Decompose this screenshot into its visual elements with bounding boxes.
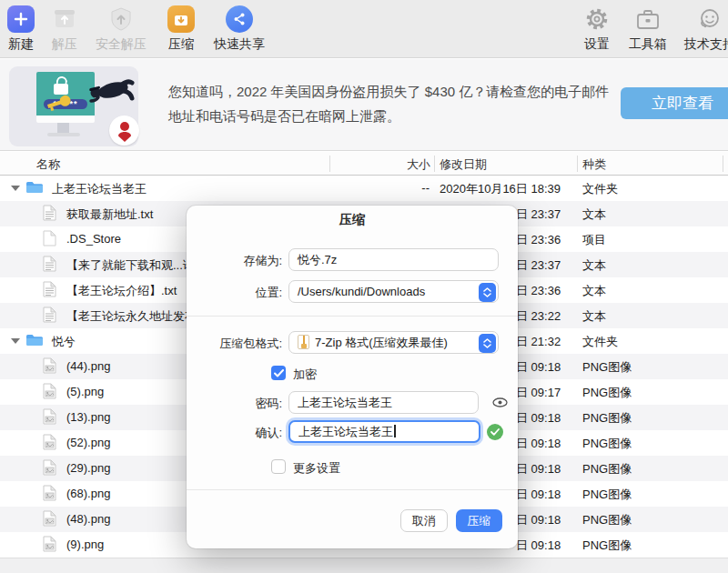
file-kind: PNG图像: [582, 512, 632, 528]
banner-illustration: ******: [9, 66, 138, 146]
new-button[interactable]: 新建: [4, 5, 38, 53]
password-input[interactable]: 上老王论坛当老王: [288, 391, 479, 414]
file-name: 【来了就能下载和观...论: [66, 257, 195, 274]
quick-share-button[interactable]: 快速共享: [206, 5, 273, 53]
save-as-label: 存储为:: [187, 253, 282, 269]
compress-button[interactable]: 压缩: [160, 5, 202, 53]
file-date: 日 23:22: [516, 308, 561, 325]
toolbox-button[interactable]: 工具箱: [622, 5, 673, 53]
file-name: (44).png: [66, 359, 110, 373]
column-header-size[interactable]: 大小: [407, 156, 430, 173]
support-button[interactable]: 技术支持: [681, 5, 728, 53]
blank-file-icon: [43, 230, 56, 249]
location-select[interactable]: /Users/kundi/Downloads: [288, 280, 499, 303]
file-date: 日 09:18: [516, 436, 561, 452]
file-date: 2020年10月16日 18:39: [440, 181, 561, 197]
png-file-icon: [43, 357, 56, 377]
png-file-icon: [43, 459, 56, 478]
support-button-label: 技术支持: [681, 36, 728, 53]
window-footer: [0, 558, 728, 573]
png-file-icon: [43, 434, 56, 453]
file-date: 日 09:18: [516, 487, 561, 503]
file-date: 日 23:36: [516, 283, 561, 299]
location-label: 位置:: [187, 285, 282, 301]
text-file-icon: [43, 281, 56, 300]
confirm-password-input[interactable]: 上老王论坛当老王: [288, 420, 480, 443]
banner-text-line2: 地址和电话号码是否已在暗网上泄露。: [168, 104, 623, 128]
column-header-name[interactable]: 名称: [36, 156, 60, 173]
file-row[interactable]: 上老王论坛当老王 -- 2020年10月16日 18:39 文件夹: [0, 176, 728, 201]
column-header-kind[interactable]: 种类: [582, 156, 606, 173]
file-kind: 文件夹: [582, 181, 618, 197]
file-kind: 文本: [582, 257, 606, 274]
file-name: (52).png: [66, 436, 110, 449]
support-headset-icon: [681, 5, 728, 34]
column-header-date[interactable]: 修改日期: [440, 156, 487, 173]
toolbar: 新建 解压 安全解压 压缩 快速共享 设置 工具箱: [0, 0, 728, 58]
safe-extract-button-label: 安全解压: [93, 36, 149, 53]
format-select[interactable]: 7-Zip 格式(压缩效果最佳): [288, 331, 499, 354]
dialog-title: 压缩: [187, 212, 518, 228]
file-date: 日 09:18: [516, 359, 561, 376]
file-kind: PNG图像: [582, 385, 632, 401]
compress-icon: [167, 5, 195, 33]
compress-dialog: 压缩 存储为: 悦兮.7z 位置: /Users/kundi/Downloads…: [187, 206, 518, 548]
file-kind: PNG图像: [582, 436, 632, 452]
extract-button[interactable]: 解压: [44, 5, 86, 53]
disclosure-triangle-icon[interactable]: [11, 186, 20, 191]
file-kind: PNG图像: [582, 487, 632, 503]
png-file-icon: [43, 408, 56, 427]
more-settings-checkbox[interactable]: [271, 459, 286, 474]
format-label: 压缩包格式:: [187, 336, 282, 352]
more-settings-label: 更多设置: [293, 460, 340, 477]
file-kind: 项目: [582, 232, 606, 248]
password-match-check-icon: [487, 424, 503, 440]
banner-text-line1: 您知道吗，2022 年美国因身份盗用损失了 $430 亿？请检查您的电子邮件: [168, 79, 623, 104]
identity-alert-icon: [109, 116, 139, 146]
png-file-icon: [43, 536, 56, 555]
new-button-label: 新建: [4, 36, 38, 53]
file-date: 日 21:32: [516, 334, 561, 350]
format-stepper-icon[interactable]: [479, 334, 496, 353]
safe-extract-button[interactable]: 安全解压: [93, 5, 149, 53]
file-size: --: [421, 181, 430, 195]
file-kind: 文本: [582, 206, 606, 223]
file-name: 获取最新地址.txt: [66, 206, 153, 223]
folder-icon: [25, 332, 44, 350]
file-name: (9).png: [66, 538, 104, 551]
encrypt-label: 加密: [293, 367, 317, 383]
file-date: 日 09:18: [516, 410, 561, 427]
save-as-input[interactable]: 悦兮.7z: [288, 248, 499, 271]
file-kind: 文件夹: [582, 334, 618, 350]
file-table-header: 名称 大小 修改日期 种类: [0, 152, 728, 176]
check-now-button[interactable]: 立即查看: [621, 87, 728, 119]
file-kind: 文本: [582, 308, 606, 325]
file-name: (48).png: [66, 512, 110, 526]
quick-share-button-label: 快速共享: [206, 36, 273, 53]
settings-button[interactable]: 设置: [577, 5, 617, 53]
file-date: 日 09:17: [516, 385, 561, 401]
extract-button-label: 解压: [44, 36, 86, 53]
png-file-icon: [43, 485, 56, 504]
file-date: 日 09:18: [516, 461, 561, 478]
toolbox-button-label: 工具箱: [622, 36, 673, 53]
file-date: 日 23:37: [516, 257, 561, 274]
settings-button-label: 设置: [577, 36, 617, 53]
gear-icon: [577, 5, 617, 34]
text-file-icon: [43, 205, 56, 224]
text-file-icon: [43, 256, 56, 275]
file-kind: PNG图像: [582, 410, 632, 427]
file-kind: 文本: [582, 283, 606, 299]
cancel-button[interactable]: 取消: [400, 509, 448, 532]
show-password-eye-icon[interactable]: [492, 397, 508, 410]
confirm-label: 确认:: [187, 425, 282, 441]
encrypt-checkbox[interactable]: [271, 366, 286, 380]
file-kind: PNG图像: [582, 359, 632, 376]
file-date: 日 23:36: [516, 232, 561, 248]
compress-confirm-button[interactable]: 压缩: [456, 509, 502, 532]
disclosure-triangle-icon[interactable]: [11, 338, 20, 344]
extract-icon: [44, 5, 86, 34]
location-stepper-icon[interactable]: [479, 283, 496, 302]
briefcase-icon: [622, 5, 673, 34]
file-name: 上老王论坛当老王: [52, 181, 147, 197]
